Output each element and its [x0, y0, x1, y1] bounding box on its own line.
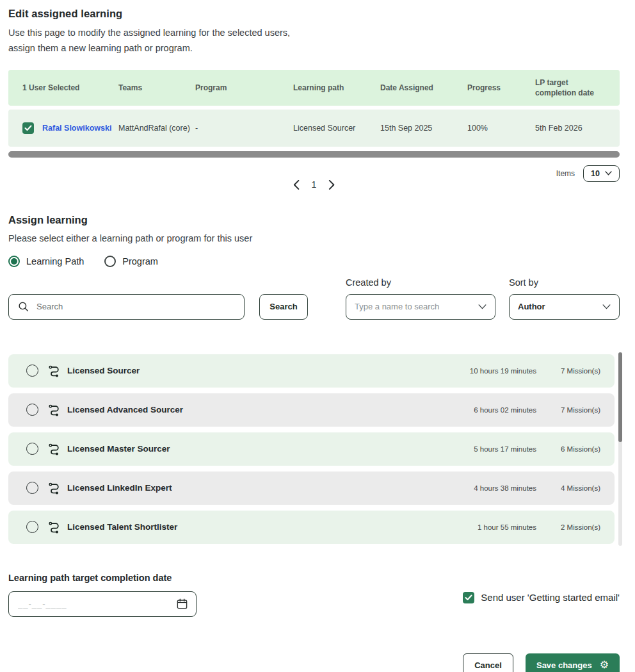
- learning-path-name: Licensed Sourcer: [67, 366, 140, 375]
- page-description: Use this page to modify the assigned lea…: [8, 26, 304, 56]
- learning-path-item[interactable]: Licensed LinkedIn Expert 4 hours 38 minu…: [8, 471, 615, 505]
- calendar-icon[interactable]: [176, 598, 188, 610]
- table-row: Rafal Slowikowski MattAndRafal (core) - …: [8, 110, 620, 147]
- column-header-date-assigned: Date Assigned: [380, 83, 467, 93]
- item-radio[interactable]: [26, 521, 38, 533]
- learning-path-name: Licensed Advanced Sourcer: [67, 405, 183, 414]
- vertical-scrollbar[interactable]: [618, 352, 622, 546]
- assign-learning-title: Assign learning: [8, 214, 620, 226]
- column-header-program: Program: [195, 83, 293, 93]
- page-size-select[interactable]: 10: [583, 165, 620, 182]
- learning-path-list: Licensed Sourcer 10 hours 19 minutes 7 M…: [8, 354, 620, 544]
- save-changes-button[interactable]: Save changes ⚙: [526, 653, 620, 672]
- date-assigned-cell: 15th Sep 2025: [380, 124, 467, 133]
- column-header-learning-path: Learning path: [293, 83, 380, 93]
- save-changes-label: Save changes: [536, 660, 592, 670]
- column-header-lp-target-date: LP target completion date: [535, 78, 609, 98]
- learning-path-route-icon: [48, 482, 61, 495]
- cancel-button[interactable]: Cancel: [463, 653, 513, 672]
- chevron-down-icon: [602, 304, 611, 309]
- next-page-button[interactable]: [327, 179, 336, 191]
- created-by-placeholder: Type a name to search: [355, 302, 439, 311]
- radio-selected-icon: [8, 256, 20, 267]
- assign-learning-subtitle: Please select either a learning path or …: [8, 233, 620, 243]
- date-input-container: [8, 591, 197, 617]
- learning-path-item[interactable]: Licensed Sourcer 10 hours 19 minutes 7 M…: [8, 354, 615, 388]
- learning-path-missions: 6 Mission(s): [552, 445, 600, 453]
- created-by-label: Created by: [346, 277, 391, 288]
- learning-path-route-icon: [48, 521, 61, 534]
- table-header: 1 User Selected Teams Program Learning p…: [8, 70, 620, 106]
- search-button[interactable]: Search: [259, 294, 308, 320]
- item-radio[interactable]: [26, 365, 38, 377]
- radio-learning-path-label: Learning Path: [26, 256, 84, 266]
- lp-target-date-cell: 5th Feb 2026: [535, 124, 609, 133]
- completion-section: Learning path target completion date Sen…: [8, 573, 620, 619]
- page-title: Edit assigned learning: [8, 8, 620, 20]
- learning-path-item[interactable]: Licensed Master Sourcer 5 hours 17 minut…: [8, 432, 615, 466]
- column-header-teams: Teams: [118, 83, 195, 93]
- learning-path-name: Licensed Talent Shortlister: [67, 522, 177, 532]
- horizontal-scrollbar[interactable]: [8, 151, 620, 158]
- learning-path-duration: 1 hour 55 minutes: [447, 523, 536, 531]
- assign-type-radios: Learning Path Program: [8, 256, 620, 267]
- progress-cell: 100%: [467, 124, 535, 133]
- program-cell: -: [195, 124, 293, 133]
- chevron-down-icon: [478, 304, 486, 309]
- search-input-container: [8, 294, 245, 320]
- learning-path-cell: Licensed Sourcer: [293, 124, 380, 133]
- previous-page-button[interactable]: [292, 179, 301, 191]
- send-email-option[interactable]: Send user 'Getting started email': [463, 592, 620, 603]
- target-completion-date-input[interactable]: [18, 599, 176, 609]
- filters-bar: Created by Sort by Search Type a name to…: [8, 277, 620, 318]
- sort-by-value: Author: [518, 302, 545, 311]
- learning-path-item[interactable]: Licensed Advanced Sourcer 6 hours 02 min…: [8, 393, 615, 427]
- learning-path-name: Licensed Master Sourcer: [67, 444, 170, 454]
- learning-path-route-icon: [48, 404, 61, 416]
- item-radio[interactable]: [26, 443, 38, 455]
- sort-by-label: Sort by: [509, 277, 538, 288]
- page-size-group: Items 10: [556, 165, 620, 182]
- check-icon: [465, 594, 472, 601]
- learning-path-name: Licensed LinkedIn Expert: [67, 483, 172, 493]
- created-by-select[interactable]: Type a name to search: [346, 294, 495, 320]
- current-page-number: 1: [312, 179, 317, 190]
- user-name-link[interactable]: Rafal Slowikowski: [42, 124, 111, 133]
- search-icon: [18, 301, 29, 313]
- items-label: Items: [556, 169, 575, 178]
- user-cell: Rafal Slowikowski: [22, 122, 118, 134]
- learning-path-missions: 7 Mission(s): [552, 367, 600, 375]
- radio-learning-path[interactable]: Learning Path: [8, 256, 84, 267]
- radio-unselected-icon: [104, 256, 116, 267]
- target-completion-date-label: Learning path target completion date: [8, 573, 620, 583]
- learning-path-duration: 5 hours 17 minutes: [447, 445, 536, 453]
- learning-path-missions: 7 Mission(s): [552, 406, 600, 414]
- column-header-user: 1 User Selected: [22, 83, 118, 93]
- item-radio[interactable]: [26, 482, 38, 494]
- row-checkbox[interactable]: [22, 122, 34, 134]
- teams-cell: MattAndRafal (core): [118, 124, 195, 133]
- gear-icon: ⚙: [600, 660, 609, 670]
- radio-program-label: Program: [122, 256, 158, 266]
- learning-path-duration: 6 hours 02 minutes: [447, 406, 536, 414]
- vertical-scrollbar-thumb[interactable]: [618, 352, 622, 442]
- sort-by-select[interactable]: Author: [509, 294, 620, 320]
- edit-assigned-learning-page: Edit assigned learning Use this page to …: [0, 0, 635, 672]
- learning-path-missions: 4 Mission(s): [552, 484, 600, 492]
- chevron-left-icon: [293, 180, 300, 190]
- learning-path-route-icon: [48, 443, 61, 455]
- item-radio[interactable]: [26, 404, 38, 416]
- search-input[interactable]: [36, 302, 235, 311]
- send-email-checkbox[interactable]: [463, 592, 474, 603]
- learning-path-duration: 4 hours 38 minutes: [447, 484, 536, 492]
- pagination: Items 10 1: [8, 165, 620, 201]
- learning-path-item[interactable]: Licensed Talent Shortlister 1 hour 55 mi…: [8, 511, 615, 544]
- column-header-progress: Progress: [467, 83, 535, 93]
- check-icon: [24, 125, 32, 131]
- learning-path-duration: 10 hours 19 minutes: [447, 367, 536, 375]
- chevron-down-icon: [605, 171, 612, 176]
- assigned-learning-table: 1 User Selected Teams Program Learning p…: [8, 70, 620, 147]
- radio-program[interactable]: Program: [104, 256, 158, 267]
- pager: 1: [292, 179, 337, 191]
- learning-path-route-icon: [48, 365, 61, 377]
